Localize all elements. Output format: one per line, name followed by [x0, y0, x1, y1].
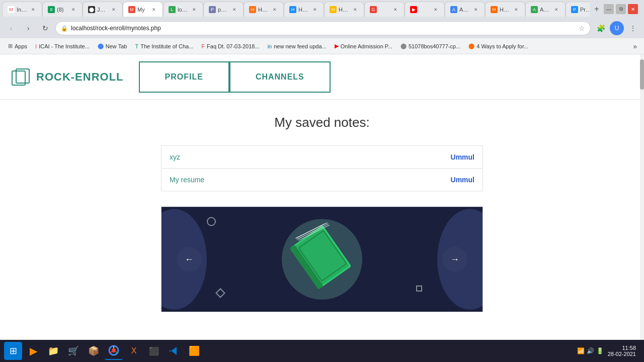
bookmark-favicon-4: F	[201, 43, 205, 49]
bookmark-item-3[interactable]: T The Institute of Cha...	[131, 41, 197, 51]
bookmark-item-7[interactable]: ⬤ 51078bos40777-cp...	[396, 41, 464, 51]
tab-label-hack2: Ha...	[298, 7, 309, 13]
deco-circle	[207, 217, 216, 226]
forward-button[interactable]: ›	[21, 21, 35, 35]
tab-my[interactable]: M My ✕	[123, 2, 163, 17]
tab-close-php[interactable]: ✕	[231, 6, 238, 13]
note-author-0[interactable]: Ummul	[451, 153, 474, 161]
bookmark-label-7: 51078bos40777-cp...	[409, 43, 460, 49]
bookmark-label-8: 4 Ways to Apply for...	[476, 43, 528, 49]
notes-row-1[interactable]: My resume Ummul	[162, 169, 482, 191]
menu-button[interactable]: ⋮	[626, 21, 640, 35]
bookmark-label-2: New Tab	[106, 43, 127, 49]
tab-close-yt[interactable]: ✕	[432, 6, 439, 13]
extensions-button[interactable]: 🧩	[594, 21, 608, 35]
bookmarks-more-button[interactable]: »	[630, 41, 640, 52]
minimize-button[interactable]: —	[604, 4, 614, 14]
maximize-button[interactable]: ⧉	[616, 4, 626, 14]
url-bar[interactable]: 🔒 localhost/rock-enroll/mynotes.php ☆	[55, 21, 591, 35]
note-name-1[interactable]: My resume	[170, 176, 204, 184]
tab-close-inbox[interactable]: ✕	[30, 6, 37, 13]
tab-close-hack2[interactable]: ✕	[311, 6, 318, 13]
scrollbar-thumb[interactable]	[640, 59, 644, 90]
profile-button[interactable]: U	[610, 21, 624, 35]
scrollbar-track[interactable]	[640, 54, 644, 341]
tab-favicon-tab8: 8	[48, 6, 55, 13]
tab-asm2[interactable]: A Ass... ✕	[525, 2, 566, 17]
tab-close-asm1[interactable]: ✕	[472, 6, 479, 13]
security-icon: 🔒	[61, 25, 68, 32]
tab-loc[interactable]: L loc... ✕	[163, 2, 203, 17]
tab-close-g[interactable]: ✕	[392, 6, 399, 13]
carousel-prev-button[interactable]: ←	[177, 247, 202, 272]
new-tab-button[interactable]: +	[590, 2, 604, 16]
bookmark-star-icon[interactable]: ☆	[579, 24, 585, 32]
tab-favicon-how2: H	[491, 6, 498, 13]
tab-close-tab8[interactable]: ✕	[70, 6, 77, 13]
carousel-circle-bg	[282, 219, 362, 300]
carousel-center	[282, 219, 362, 300]
tab-close-hack1[interactable]: ✕	[271, 6, 278, 13]
tab-favicon-php: P	[209, 6, 216, 13]
tab-php[interactable]: P php... ✕	[203, 2, 244, 17]
tab-g[interactable]: G ✕	[364, 2, 405, 17]
bookmark-item-2[interactable]: ⬤ New Tab	[94, 41, 131, 51]
bookmark-item-4[interactable]: F Faq Dt. 07-03-2018...	[197, 41, 263, 51]
carousel-next-button[interactable]: →	[442, 247, 467, 272]
logo-icon	[10, 66, 32, 88]
bookmark-label-0: Apps	[15, 43, 27, 49]
note-author-1[interactable]: Ummul	[451, 176, 474, 184]
tab-close-how[interactable]: ✕	[352, 6, 359, 13]
tab-close-loc[interactable]: ✕	[191, 6, 198, 13]
bookmark-item-5[interactable]: in new new feed upda...	[264, 41, 331, 51]
notes-row-0[interactable]: xyz Ummul	[162, 146, 482, 169]
channels-nav-button[interactable]: CHANNELS	[229, 61, 331, 93]
bookmark-item-0[interactable]: ⊞ Apps	[4, 41, 31, 51]
page-content: ROCK-ENROLL PROFILE CHANNELS My saved no…	[0, 54, 644, 341]
deco-square	[416, 285, 422, 292]
taskbar: ⊞ ▶ 📁 🛒 📦 X ⬛ 🟧 📶 🔊 🔋 11:58 28-02-2021	[0, 340, 644, 341]
tab-label-asm2: Ass...	[540, 7, 551, 13]
tab-bar: M Inb... ✕ 8 (8) ✕ ⬤ Jain... ✕ M My ✕ L …	[0, 0, 644, 18]
tab-hack2[interactable]: H Ha... ✕	[284, 2, 324, 17]
tab-yt[interactable]: ▶ ✕	[405, 2, 445, 17]
close-button[interactable]: ✕	[628, 4, 638, 14]
tab-tab8[interactable]: 8 (8) ✕	[42, 2, 83, 17]
tab-pro[interactable]: P Pro... ✕	[566, 2, 590, 17]
tab-jain[interactable]: ⬤ Jain... ✕	[83, 2, 123, 17]
reload-button[interactable]: ↻	[38, 21, 52, 35]
address-bar: ‹ › ↻ 🔒 localhost/rock-enroll/mynotes.ph…	[0, 18, 644, 38]
tab-close-my[interactable]: ✕	[150, 6, 157, 13]
url-text: localhost/rock-enroll/mynotes.php	[71, 25, 576, 32]
bookmark-item-8[interactable]: ⬤ 4 Ways to Apply for...	[464, 41, 532, 51]
tab-favicon-asm1: A	[450, 6, 457, 13]
bookmark-item-6[interactable]: ▶ Online Admission P...	[331, 41, 396, 51]
profile-nav-button[interactable]: PROFILE	[139, 61, 229, 93]
tab-close-how2[interactable]: ✕	[513, 6, 520, 13]
logo-text: ROCK-ENROLL	[36, 70, 124, 84]
bookmark-item-1[interactable]: I ICAI - The Institute...	[31, 41, 94, 51]
tab-label-asm1: Ass...	[459, 7, 470, 13]
tab-inbox[interactable]: M Inb... ✕	[2, 2, 42, 17]
browser-window: M Inb... ✕ 8 (8) ✕ ⬤ Jain... ✕ M My ✕ L …	[0, 0, 644, 341]
tab-favicon-my: M	[128, 6, 135, 13]
back-button[interactable]: ‹	[4, 21, 18, 35]
bookmark-label-3: The Institute of Cha...	[140, 43, 193, 49]
tab-favicon-inbox: M	[8, 6, 15, 13]
tab-how[interactable]: H Ho... ✕	[324, 2, 364, 17]
tab-close-jain[interactable]: ✕	[110, 6, 117, 13]
tab-asm1[interactable]: A Ass... ✕	[445, 2, 485, 17]
site-header: ROCK-ENROLL PROFILE CHANNELS	[0, 54, 644, 100]
tab-favicon-g: G	[370, 6, 377, 13]
tab-favicon-asm2: A	[531, 6, 538, 13]
bookmark-favicon-5: in	[268, 43, 272, 49]
tab-how2[interactable]: H Ho... ✕	[485, 2, 525, 17]
tab-hack1[interactable]: H Ha... ✕	[244, 2, 284, 17]
tab-label-tab8: (8)	[57, 7, 63, 13]
book-illustration	[285, 219, 359, 300]
bookmark-favicon-6: ▶	[335, 43, 339, 49]
carousel-container: ←	[161, 206, 483, 312]
tab-favicon-hack2: H	[289, 6, 296, 13]
tab-close-asm2[interactable]: ✕	[553, 6, 560, 13]
note-name-0[interactable]: xyz	[170, 153, 180, 161]
